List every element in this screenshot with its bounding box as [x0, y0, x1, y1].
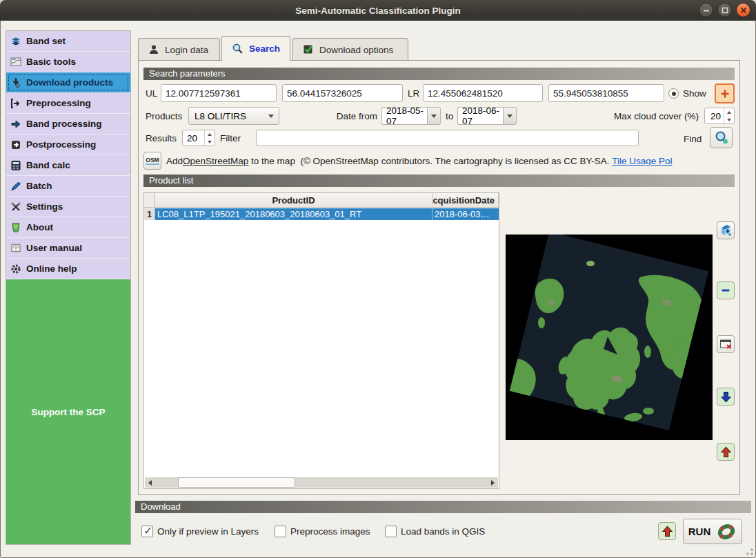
band-processing-icon [10, 119, 21, 130]
sidebar-item-label: Online help [26, 263, 77, 274]
ul-longitude-input[interactable] [161, 84, 277, 102]
products-select[interactable]: L8 OLI/TIRS [188, 107, 279, 125]
down-arrow-icon [720, 391, 732, 403]
window-controls [699, 3, 750, 17]
load-bands-checkbox[interactable] [385, 526, 397, 537]
close-button[interactable] [736, 3, 750, 17]
column-header-productid[interactable]: ProductID [155, 193, 432, 207]
sidebar-item-label: Settings [26, 201, 63, 212]
remove-row-button[interactable] [717, 281, 735, 299]
export-download-button[interactable] [658, 522, 676, 540]
cell-product-id: LC08_L1TP_195021_20180603_20180603_01_RT [155, 208, 432, 220]
settings-icon [10, 201, 21, 212]
find-magnifier-icon [714, 130, 729, 146]
checkbox-checked-icon [303, 44, 314, 55]
sidebar-item-band-processing[interactable]: Band processing [6, 114, 130, 134]
osm-button[interactable]: OSM [143, 152, 161, 170]
filter-label: Filter [220, 129, 241, 147]
sidebar-item-label: Basic tools [26, 57, 76, 67]
maximize-button[interactable] [717, 3, 732, 17]
osm-icon: OSM [146, 157, 159, 165]
products-label: Products [146, 107, 182, 125]
sidebar-item-basic-tools[interactable]: Basic tools [6, 52, 130, 72]
titlebar[interactable]: Semi-Automatic Classification Plugin [0, 0, 756, 21]
results-label: Results [146, 129, 177, 147]
scroll-left-arrow-icon[interactable] [145, 477, 155, 488]
preprocess-images-label: Preprocess images [290, 526, 370, 537]
show-radio[interactable] [668, 88, 679, 99]
sidebar-item-online-help[interactable]: Online help [6, 259, 130, 279]
products-selected-value: L8 OLI/TIRS [195, 111, 246, 121]
to-label: to [446, 107, 453, 125]
chevron-down-icon[interactable] [503, 107, 517, 125]
date-from-label: Date from [332, 107, 377, 125]
date-to-select[interactable]: 2018-06-07 [457, 107, 517, 125]
column-header-acquisitiondate[interactable]: AcquisitionDate [432, 193, 499, 207]
minimize-button[interactable] [699, 3, 713, 17]
tab-search[interactable]: Search [221, 36, 290, 61]
add-area-button[interactable] [715, 83, 735, 103]
date-from-select[interactable]: 2018-05-07 [381, 107, 441, 125]
about-icon [10, 222, 21, 233]
sidebar-item-preprocessing[interactable]: Preprocessing [6, 93, 130, 113]
sidebar-item-band-set[interactable]: Band set [6, 31, 130, 51]
run-label: RUN [688, 526, 711, 537]
date-from-value: 2018-05-07 [381, 107, 427, 125]
sidebar-item-postprocessing[interactable]: Postprocessing [6, 134, 130, 155]
lr-latitude-input[interactable] [548, 84, 664, 102]
satellite-preview-image [506, 235, 713, 440]
spinner-arrows[interactable] [204, 130, 215, 146]
osm-text: Add OpenStreetMap to the map (© OpenStre… [166, 152, 733, 170]
results-value: 20 [183, 130, 204, 146]
up-arrow-icon [662, 526, 673, 537]
export-list-button[interactable] [717, 443, 735, 461]
chevron-down-icon[interactable] [427, 107, 441, 125]
run-button[interactable]: RUN [683, 519, 742, 544]
clear-table-button[interactable] [717, 335, 735, 353]
sidebar-item-download-products[interactable]: Download products [6, 72, 130, 92]
osm-text-mid: to the map (© OpenStreetMap contributors… [248, 156, 612, 166]
tile-usage-policy-link[interactable]: Tile Usage Pol [612, 156, 672, 166]
results-spinner[interactable]: 20 [182, 130, 215, 146]
ul-label: UL [146, 84, 157, 102]
tab-download-options[interactable]: Download options [292, 38, 408, 61]
sidebar-item-about[interactable]: About [6, 217, 130, 237]
sidebar-item-batch[interactable]: Batch [6, 176, 130, 196]
openstreetmap-link[interactable]: OpenStreetMap [183, 156, 248, 166]
table-header-row: ProductID AcquisitionDate [144, 193, 499, 208]
display-preview-button[interactable] [717, 221, 735, 239]
user-manual-icon [10, 243, 21, 254]
sidebar-item-user-manual[interactable]: User manual [6, 238, 130, 258]
chevron-down-icon [263, 108, 279, 124]
tab-login-data[interactable]: Login data [138, 38, 220, 61]
product-list-header: Product list [143, 175, 735, 187]
scroll-right-arrow-icon[interactable] [488, 477, 498, 488]
lr-label: LR [408, 84, 419, 102]
preprocess-images-checkbox[interactable] [275, 526, 286, 537]
support-scp-banner[interactable]: Support the SCP [6, 279, 130, 544]
table-row[interactable]: 1 LC08_L1TP_195021_20180603_20180603_01_… [144, 208, 499, 220]
only-if-preview-checkbox[interactable] [141, 526, 153, 537]
download-products-icon [10, 77, 21, 88]
spinner-arrows[interactable] [724, 108, 734, 123]
scrollbar-thumb[interactable] [178, 477, 295, 488]
sidebar-item-settings[interactable]: Settings [6, 197, 130, 217]
horizontal-scrollbar[interactable] [145, 477, 498, 488]
date-to-value: 2018-06-07 [457, 107, 503, 125]
preview-map-icon [719, 223, 733, 237]
ul-latitude-input[interactable] [282, 84, 403, 102]
max-cloud-spinner[interactable]: 20 [704, 108, 735, 124]
lr-longitude-input[interactable] [423, 84, 543, 102]
find-button[interactable] [710, 127, 733, 148]
minimize-icon [703, 7, 710, 14]
load-bands-label: Load bands in QGIS [401, 526, 485, 537]
import-list-button[interactable] [717, 388, 735, 406]
filter-input[interactable] [256, 130, 639, 146]
search-tab-panel: Search parameters UL LR Show Products L8… [138, 60, 740, 495]
sidebar-item-band-calc[interactable]: Band calc [6, 155, 130, 175]
online-help-icon [10, 263, 21, 275]
tab-label: Download options [319, 45, 393, 55]
resize-grip[interactable] [744, 546, 753, 555]
run-gear-icon [716, 522, 737, 541]
corner-cell [144, 193, 155, 207]
